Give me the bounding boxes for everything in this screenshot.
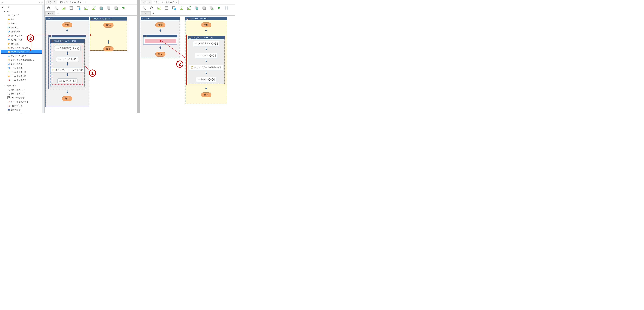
- tree-action-group[interactable]: ◢アクション: [1, 84, 42, 88]
- tree-action-image[interactable]: 画像マッチング: [1, 88, 42, 92]
- window-tool-icon[interactable]: [164, 6, 169, 10]
- window-plus-icon[interactable]: [172, 6, 176, 10]
- end-node[interactable]: 終了: [103, 47, 114, 51]
- tab-scenario[interactable]: * 新しいシナリオ.ums7✕: [152, 0, 178, 4]
- grid-icon[interactable]: [224, 6, 228, 10]
- node-paste[interactable]: 貼付[Ctrl]＋[V]: [58, 79, 78, 83]
- group-box[interactable]: 文章を選択→コピー→貼付 文字列選択[Ctrl]＋[A] コピー[Ctrl]＋[…: [48, 35, 86, 89]
- swap-icon[interactable]: [122, 6, 126, 10]
- subtab-add[interactable]: +: [56, 12, 60, 15]
- tree-item-exception[interactable]: 例外処理: [1, 42, 42, 46]
- tree-item-scenario-end[interactable]: シナリオ終了: [1, 62, 42, 66]
- tree-item-multi-branch[interactable]: 多分岐: [1, 22, 42, 26]
- image-tool-icon[interactable]: [157, 6, 161, 10]
- sub-group-icon: [8, 51, 10, 53]
- tree-item-branch[interactable]: 分岐: [1, 17, 42, 22]
- tree-flow-group[interactable]: ◢フロー: [1, 9, 42, 13]
- end-node[interactable]: 終了: [155, 52, 166, 57]
- subtab-add[interactable]: +: [151, 12, 156, 15]
- stack2-icon[interactable]: [202, 6, 206, 10]
- send-text-icon: abc: [8, 109, 10, 111]
- end-node[interactable]: 終了: [62, 96, 72, 101]
- end-node[interactable]: 終了: [201, 92, 211, 97]
- tree-item-sub-end[interactable]: サブルーチン終了: [1, 54, 42, 58]
- zoom-in-icon[interactable]: [47, 6, 51, 10]
- image-up-icon[interactable]: [180, 6, 184, 10]
- node-copy[interactable]: コピー[Ctrl]＋[C]: [195, 53, 217, 58]
- collapse-icon[interactable]: [50, 35, 52, 37]
- start-node[interactable]: 開始: [155, 23, 166, 28]
- zoom-out-icon[interactable]: [54, 6, 58, 10]
- collapse-icon[interactable]: [52, 40, 54, 42]
- zoom-out-icon[interactable]: [150, 6, 154, 10]
- stack-plus-icon[interactable]: [114, 6, 118, 10]
- tree-action-cmd[interactable]: >_ コマンド実行: [1, 112, 42, 113]
- tree-item-event-end[interactable]: イベント監視終了: [1, 78, 42, 82]
- node-select[interactable]: 文字列選択[Ctrl]＋[A]: [54, 46, 81, 51]
- window-plus-icon[interactable]: [76, 6, 81, 10]
- node-select[interactable]: 文字列選択[Ctrl]＋[A]: [193, 41, 220, 46]
- tab-close-icon[interactable]: ✕: [80, 1, 82, 4]
- collapse-icon[interactable]: [91, 18, 93, 20]
- tab-scenario[interactable]: * 新しいシナリオ.ums7✕: [57, 0, 83, 4]
- stack2-icon[interactable]: [106, 6, 111, 10]
- pin-icon[interactable]: ▾: [39, 1, 40, 3]
- image-up-icon[interactable]: [84, 6, 88, 10]
- start-node[interactable]: 開始: [62, 23, 72, 28]
- tree-item-event-reg[interactable]: イベント監視登録: [1, 70, 42, 74]
- close-icon[interactable]: ✕: [41, 1, 43, 4]
- tree-action-ocr[interactable]: OCR OCRマッチング: [1, 96, 42, 100]
- start-node[interactable]: 開始: [201, 23, 211, 28]
- tree-item-post-loop[interactable]: 後判定繰返: [1, 30, 42, 34]
- svg-rect-67: [165, 7, 168, 7]
- stack1-icon[interactable]: [194, 6, 199, 10]
- tree-action-send-text[interactable]: abc 文字列送信: [1, 108, 42, 112]
- tab-add[interactable]: +: [179, 1, 184, 4]
- svg-line-12: [9, 90, 10, 91]
- image-tool-icon[interactable]: [62, 6, 66, 10]
- stack1-icon[interactable]: [99, 6, 103, 10]
- tree-item-event-watch[interactable]: イベント監視: [1, 66, 42, 70]
- tab-welcome[interactable]: ようこそ: [46, 0, 57, 4]
- svg-rect-33: [70, 7, 73, 7]
- tree-item-scenario-call[interactable]: シナリオファイル呼び出し: [1, 58, 42, 62]
- tree-item-group[interactable]: グループ: [1, 13, 42, 17]
- tree-item-sub-call[interactable]: サブルーチン呼び出し: [1, 46, 42, 50]
- tree-action-time-wait[interactable]: 指定時間待機: [1, 104, 42, 108]
- node-copy[interactable]: コピー[Ctrl]＋[C]: [56, 57, 78, 62]
- tree-item-next-cond[interactable]: 次の条件判定: [1, 38, 42, 42]
- window-tool-icon[interactable]: [69, 6, 73, 10]
- arrow-icon: [205, 61, 207, 63]
- collapse-icon[interactable]: [145, 35, 146, 37]
- tree-item-event-unreg[interactable]: イベント監視解除: [1, 74, 42, 78]
- start-node[interactable]: 開始: [103, 23, 114, 28]
- tree-action-contour[interactable]: 輪郭マッチング: [1, 92, 42, 96]
- subroutine-call-stub[interactable]: [145, 39, 176, 43]
- tab-welcome[interactable]: ようこそ: [141, 0, 152, 4]
- swap-icon[interactable]: [217, 6, 221, 10]
- tree-item-sub-group[interactable]: サブルーチングループ: [1, 50, 42, 54]
- subtab-main[interactable]: メイン: [46, 11, 55, 16]
- canvas-right[interactable]: シナリオ 開始: [140, 16, 235, 113]
- tree-item-loop[interactable]: 繰り返し: [1, 26, 42, 30]
- tree-action-window-wait[interactable]: ウィンドウ状態待機: [1, 100, 42, 104]
- collapse-icon[interactable]: [186, 18, 188, 20]
- divider[interactable]: [137, 0, 140, 113]
- sub-call-icon: [8, 47, 10, 49]
- subtab-main[interactable]: メイン: [141, 11, 151, 16]
- node-clip[interactable]: クリップボード→変数に移動: [50, 68, 84, 73]
- node-clip[interactable]: クリップボード→変数に移動: [189, 65, 223, 70]
- tree-root[interactable]: ◢ノード: [1, 5, 42, 9]
- node-paste[interactable]: 貼付[Ctrl]＋[V]: [196, 77, 216, 82]
- svg-line-23: [49, 9, 50, 10]
- collapse-icon[interactable]: [189, 37, 191, 39]
- canvas-left[interactable]: シナリオ 開始 文章を選択→コピー→貼付: [44, 16, 137, 113]
- svg-rect-87: [195, 43, 197, 44]
- tree-item-loop-end[interactable]: 繰り返し終了: [1, 34, 42, 38]
- stack-plus-icon[interactable]: [210, 6, 214, 10]
- tab-close-icon[interactable]: ✕: [175, 1, 177, 4]
- image-check-icon[interactable]: [187, 6, 191, 10]
- tab-add[interactable]: +: [84, 1, 88, 4]
- image-check-icon[interactable]: [92, 6, 96, 10]
- zoom-in-icon[interactable]: [142, 6, 146, 10]
